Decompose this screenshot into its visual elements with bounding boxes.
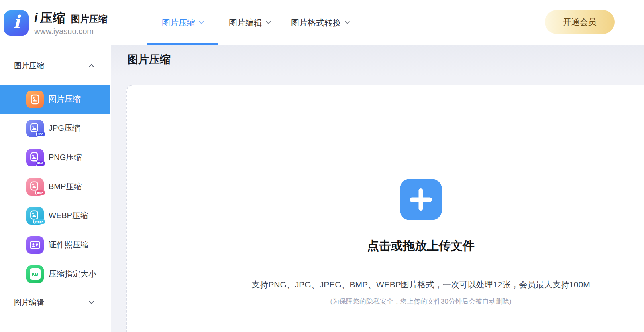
sidebar-item-label: BMP压缩 <box>49 181 82 192</box>
sidebar: 图片压缩 图片压缩 JPG JPG压缩 PNG PNG压缩 <box>0 45 110 332</box>
tab-label: 图片格式转换 <box>291 17 341 28</box>
tab-image-edit[interactable]: 图片编辑 <box>218 0 281 45</box>
chevron-down-icon <box>345 19 350 24</box>
sidebar-group-image-edit[interactable]: 图片编辑 <box>0 289 110 316</box>
group-label: 图片编辑 <box>14 297 44 308</box>
sidebar-item-image-compress[interactable]: 图片压缩 <box>0 85 110 114</box>
jpg-badge: JPG <box>36 132 45 137</box>
brand-url: www.iyasuo.com <box>34 27 108 36</box>
sidebar-item-label: WEBP压缩 <box>49 210 88 221</box>
group-label: 图片压缩 <box>14 61 44 71</box>
webp-compress-icon: WEBP <box>26 207 44 225</box>
chevron-down-icon <box>266 19 271 24</box>
chevron-down-icon <box>89 299 94 304</box>
brand-i: i <box>34 11 38 25</box>
brand-subtitle: 图片压缩 <box>71 13 108 25</box>
sidebar-list: 图片压缩 JPG JPG压缩 PNG PNG压缩 BMP BMP压缩 <box>0 85 110 289</box>
logo-text: i 压缩 图片压缩 www.iyasuo.com <box>34 10 108 36</box>
sidebar-item-bmp-compress[interactable]: BMP BMP压缩 <box>0 172 110 201</box>
id-card-icon <box>26 236 44 254</box>
sidebar-item-label: PNG压缩 <box>49 152 82 163</box>
sidebar-item-id-photo-compress[interactable]: 证件照压缩 <box>0 230 110 259</box>
jpg-compress-icon: JPG <box>26 120 44 137</box>
top-header: i i 压缩 图片压缩 www.iyasuo.com 图片压缩 图片编辑 图片格… <box>0 0 644 45</box>
open-membership-button[interactable]: 开通会员 <box>545 10 615 34</box>
tab-label: 图片压缩 <box>162 17 195 28</box>
upload-privacy-text: (为保障您的隐私安全，您上传的文件30分钟后会被自动删除) <box>330 297 511 306</box>
brand-name: 压缩 <box>40 10 66 26</box>
bmp-badge: BMP <box>35 190 45 195</box>
main-content: 图片压缩 点击或拖放上传文件 支持PNG、JPG、JPEG、BMP、WEBP图片… <box>111 45 644 332</box>
page-title: 图片压缩 <box>128 52 171 67</box>
sidebar-item-label: 图片压缩 <box>49 94 80 105</box>
chevron-down-icon <box>199 19 204 24</box>
tab-label: 图片编辑 <box>229 17 262 28</box>
kb-folder-icon: KB <box>26 265 44 283</box>
sidebar-item-compress-to-size[interactable]: KB 压缩指定大小 <box>0 259 110 289</box>
sidebar-item-label: JPG压缩 <box>49 123 80 134</box>
chevron-up-icon <box>89 64 94 69</box>
top-nav: 图片压缩 图片编辑 图片格式转换 <box>147 0 359 45</box>
image-compress-icon <box>26 91 44 108</box>
site-logo[interactable]: i i 压缩 图片压缩 www.iyasuo.com <box>4 10 108 36</box>
upload-dropzone[interactable]: 点击或拖放上传文件 支持PNG、JPG、JPEG、BMP、WEBP图片格式，一次… <box>126 85 644 332</box>
sidebar-item-label: 证件照压缩 <box>49 239 88 250</box>
sidebar-item-label: 压缩指定大小 <box>49 269 96 279</box>
sidebar-item-webp-compress[interactable]: WEBP WEBP压缩 <box>0 201 110 230</box>
webp-badge: WEBP <box>33 219 45 224</box>
png-compress-icon: PNG <box>26 149 44 166</box>
bmp-compress-icon: BMP <box>26 178 44 196</box>
logo-i-icon: i <box>4 10 29 36</box>
upload-heading: 点击或拖放上传文件 <box>367 238 475 254</box>
add-files-plus-button[interactable] <box>400 179 442 220</box>
tab-format-convert[interactable]: 图片格式转换 <box>281 0 359 45</box>
kb-badge: KB <box>32 272 38 277</box>
sidebar-item-png-compress[interactable]: PNG PNG压缩 <box>0 143 110 172</box>
png-badge: PNG <box>36 161 45 166</box>
tab-image-compress[interactable]: 图片压缩 <box>147 0 218 45</box>
upload-support-text: 支持PNG、JPG、JPEG、BMP、WEBP图片格式，一次可以处理12张，会员… <box>251 279 590 290</box>
sidebar-group-image-compress[interactable]: 图片压缩 <box>0 52 110 80</box>
sidebar-item-jpg-compress[interactable]: JPG JPG压缩 <box>0 114 110 143</box>
